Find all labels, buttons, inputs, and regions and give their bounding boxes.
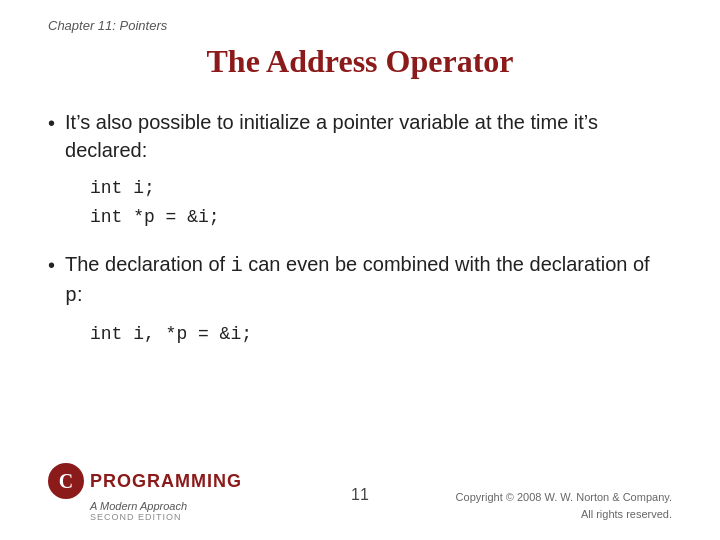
copyright-line2: All rights reserved. [581, 508, 672, 520]
bullet-section-1: • It’s also possible to initialize a poi… [48, 108, 672, 232]
chapter-label: Chapter 11: Pointers [48, 18, 672, 33]
logo-c-letter: C [59, 470, 73, 493]
bullet-dot-1: • [48, 109, 55, 137]
bullet-inline-code-i: i [231, 254, 243, 277]
bullet-inline-code-p: p [65, 284, 77, 307]
slide: Chapter 11: Pointers The Address Operato… [0, 0, 720, 540]
bullet-text-2-middle: can even be combined with the declaratio… [243, 253, 650, 275]
bullet-text-1: It’s also possible to initialize a point… [65, 108, 672, 164]
code-block-2: int i, *p = &i; [90, 320, 672, 349]
bullet-text-2: The declaration of i can even be combine… [65, 250, 672, 310]
slide-title: The Address Operator [48, 43, 672, 80]
page-number: 11 [351, 486, 369, 504]
bullet-item-2: • The declaration of i can even be combi… [48, 250, 672, 310]
bullet-section-2: • The declaration of i can even be combi… [48, 250, 672, 349]
copyright-line1: Copyright © 2008 W. W. Norton & Company. [456, 491, 672, 503]
copyright: Copyright © 2008 W. W. Norton & Company.… [456, 489, 672, 522]
logo-text-sub: A Modern Approach [48, 500, 187, 512]
logo-text-main: PROGRAMMING [90, 471, 242, 492]
bullet-dot-2: • [48, 251, 55, 279]
footer: C PROGRAMMING A Modern Approach SECOND E… [0, 463, 720, 522]
logo-c: C PROGRAMMING [48, 463, 242, 499]
bullet-text-2-before: The declaration of [65, 253, 231, 275]
bullet-item-1: • It’s also possible to initialize a poi… [48, 108, 672, 164]
logo-area: C PROGRAMMING A Modern Approach SECOND E… [48, 463, 242, 522]
code-line-1-2: int *p = &i; [90, 207, 220, 227]
logo-edition: SECOND EDITION [48, 512, 182, 522]
code-line-1-1: int i; [90, 178, 155, 198]
code-block-1: int i; int *p = &i; [90, 174, 672, 232]
logo-c-circle: C [48, 463, 84, 499]
bullet-text-2-after: : [77, 283, 83, 305]
code-line-2-1: int i, *p = &i; [90, 324, 252, 344]
